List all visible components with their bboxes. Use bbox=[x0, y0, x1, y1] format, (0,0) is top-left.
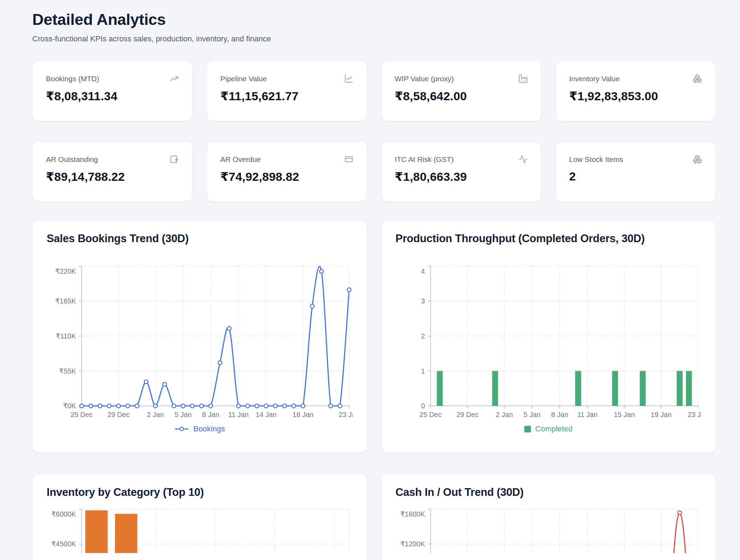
svg-text:18 Jan: 18 Jan bbox=[292, 411, 314, 418]
inventory-by-category-svg: ₹6000K₹4500K bbox=[47, 501, 353, 553]
svg-text:23 Jan: 23 Jan bbox=[687, 411, 701, 418]
kpi-card: AR Overdue ₹74,92,898.82 bbox=[207, 142, 367, 202]
chart-card-cash-in-out: Cash In / Out Trend (30D) ₹1600K₹1200K bbox=[381, 474, 716, 560]
cash-in-out-legend bbox=[396, 556, 702, 560]
svg-text:11 Jan: 11 Jan bbox=[228, 411, 249, 418]
inventory-by-category-chart: ₹6000K₹4500K bbox=[47, 501, 353, 553]
svg-text:14 Jan: 14 Jan bbox=[256, 411, 277, 418]
chart-title-production-throughput: Production Throughput (Completed Orders,… bbox=[396, 232, 702, 245]
svg-text:₹1200K: ₹1200K bbox=[400, 540, 425, 548]
svg-text:0: 0 bbox=[421, 402, 425, 410]
kpi-card: Low Stock Items 2 bbox=[556, 142, 716, 202]
svg-text:2 Jan: 2 Jan bbox=[496, 411, 513, 418]
cash-in-out-chart: ₹1600K₹1200K bbox=[396, 501, 702, 553]
chart-title-sales-bookings: Sales Bookings Trend (30D) bbox=[47, 232, 353, 245]
kpi-value: ₹1,80,663.39 bbox=[395, 170, 528, 184]
kpi-label: Inventory Value bbox=[569, 75, 620, 83]
chart-title-inventory-by-category: Inventory by Category (Top 10) bbox=[47, 486, 353, 499]
kpi-card: ITC At Risk (GST) ₹1,80,663.39 bbox=[381, 142, 541, 202]
boxes-icon bbox=[693, 155, 702, 164]
kpi-label: Low Stock Items bbox=[569, 155, 623, 164]
kpi-label: Pipeline Value bbox=[220, 75, 267, 83]
factory-icon bbox=[518, 74, 528, 83]
kpi-label: AR Outstanding bbox=[46, 155, 98, 164]
svg-text:11 Jan: 11 Jan bbox=[577, 411, 597, 418]
analytics-page: Detailed Analytics Cross-functional KPIs… bbox=[32, 0, 716, 560]
credit-card-icon bbox=[344, 155, 354, 164]
kpi-value: ₹8,08,311.34 bbox=[46, 89, 179, 103]
sales-bookings-svg: ₹220K₹165K₹110K₹55K₹0K25 Dec29 Dec2 Jan5… bbox=[47, 247, 353, 421]
kpi-value: ₹8,58,642.00 bbox=[395, 89, 528, 103]
svg-text:4: 4 bbox=[421, 267, 425, 275]
activity-icon bbox=[518, 155, 528, 164]
svg-text:29 Dec: 29 Dec bbox=[107, 411, 129, 418]
kpi-value: ₹74,92,898.82 bbox=[220, 170, 353, 184]
svg-text:19 Jan: 19 Jan bbox=[651, 411, 672, 418]
legend-swatch bbox=[524, 426, 531, 432]
kpi-label: AR Overdue bbox=[220, 155, 261, 164]
svg-text:₹165K: ₹165K bbox=[55, 297, 76, 305]
production-throughput-chart: 4321025 Dec29 Dec2 Jan5 Jan8 Jan11 Jan15… bbox=[396, 247, 702, 421]
kpi-value: ₹1,92,83,853.00 bbox=[569, 89, 702, 103]
svg-text:25 Dec: 25 Dec bbox=[70, 411, 93, 418]
svg-text:₹110K: ₹110K bbox=[56, 332, 76, 340]
chart-card-production-throughput: Production Throughput (Completed Orders,… bbox=[381, 220, 716, 453]
kpi-value: ₹89,14,788.22 bbox=[46, 170, 179, 184]
legend-label: Completed bbox=[535, 424, 572, 433]
svg-text:₹4500K: ₹4500K bbox=[51, 540, 76, 548]
trending-up-icon bbox=[169, 74, 179, 83]
kpi-card: Inventory Value ₹1,92,83,853.00 bbox=[556, 61, 716, 121]
svg-text:8 Jan: 8 Jan bbox=[551, 411, 568, 418]
kpi-card: Pipeline Value ₹11,15,621.77 bbox=[207, 61, 367, 121]
chart-line-icon bbox=[344, 74, 354, 83]
legend-label: Bookings bbox=[193, 424, 225, 433]
wallet-icon bbox=[169, 155, 179, 164]
production-throughput-legend: Completed bbox=[396, 424, 702, 433]
kpi-label: Bookings (MTD) bbox=[46, 75, 99, 83]
svg-text:₹6000K: ₹6000K bbox=[51, 510, 76, 518]
kpi-label: ITC At Risk (GST) bbox=[395, 155, 454, 164]
svg-text:29 Dec: 29 Dec bbox=[456, 411, 478, 418]
svg-text:2: 2 bbox=[421, 332, 425, 340]
svg-text:2 Jan: 2 Jan bbox=[147, 411, 164, 418]
chart-title-cash-in-out: Cash In / Out Trend (30D) bbox=[396, 486, 702, 499]
page-subtitle: Cross-functional KPIs across sales, prod… bbox=[32, 34, 716, 43]
svg-text:₹1600K: ₹1600K bbox=[400, 510, 425, 518]
kpi-card: AR Outstanding ₹89,14,788.22 bbox=[32, 142, 193, 202]
inventory-by-category-legend bbox=[47, 556, 353, 560]
svg-text:₹0K: ₹0K bbox=[63, 402, 76, 410]
svg-text:5 Jan: 5 Jan bbox=[523, 411, 540, 418]
kpi-value: 2 bbox=[569, 170, 702, 183]
svg-text:15 Jan: 15 Jan bbox=[614, 411, 635, 418]
chart-card-sales-bookings: Sales Bookings Trend (30D) ₹220K₹165K₹11… bbox=[32, 220, 367, 453]
legend-line-marker bbox=[174, 426, 189, 432]
kpi-value: ₹11,15,621.77 bbox=[220, 89, 353, 103]
production-throughput-svg: 4321025 Dec29 Dec2 Jan5 Jan8 Jan11 Jan15… bbox=[396, 247, 702, 421]
charts-grid: Sales Bookings Trend (30D) ₹220K₹165K₹11… bbox=[32, 220, 716, 560]
kpi-grid: Bookings (MTD) ₹8,08,311.34 Pipeline Val… bbox=[32, 61, 716, 202]
page-title: Detailed Analytics bbox=[32, 11, 716, 29]
kpi-card: Bookings (MTD) ₹8,08,311.34 bbox=[32, 61, 193, 121]
cash-in-out-svg: ₹1600K₹1200K bbox=[396, 501, 702, 553]
sales-bookings-legend: Bookings bbox=[47, 424, 353, 433]
svg-text:25 Dec: 25 Dec bbox=[419, 411, 442, 418]
kpi-label: WIP Value (proxy) bbox=[395, 75, 454, 83]
svg-text:1: 1 bbox=[421, 367, 425, 375]
svg-text:₹220K: ₹220K bbox=[55, 267, 76, 275]
kpi-card: WIP Value (proxy) ₹8,58,642.00 bbox=[381, 61, 541, 121]
svg-text:8 Jan: 8 Jan bbox=[202, 411, 220, 418]
svg-text:5 Jan: 5 Jan bbox=[175, 411, 192, 418]
boxes-icon bbox=[693, 74, 702, 83]
svg-text:₹55K: ₹55K bbox=[59, 367, 76, 375]
sales-bookings-chart: ₹220K₹165K₹110K₹55K₹0K25 Dec29 Dec2 Jan5… bbox=[47, 247, 353, 421]
svg-text:23 Jan: 23 Jan bbox=[339, 411, 353, 418]
chart-card-inventory-by-category: Inventory by Category (Top 10) ₹6000K₹45… bbox=[32, 474, 367, 560]
svg-text:3: 3 bbox=[421, 297, 425, 305]
